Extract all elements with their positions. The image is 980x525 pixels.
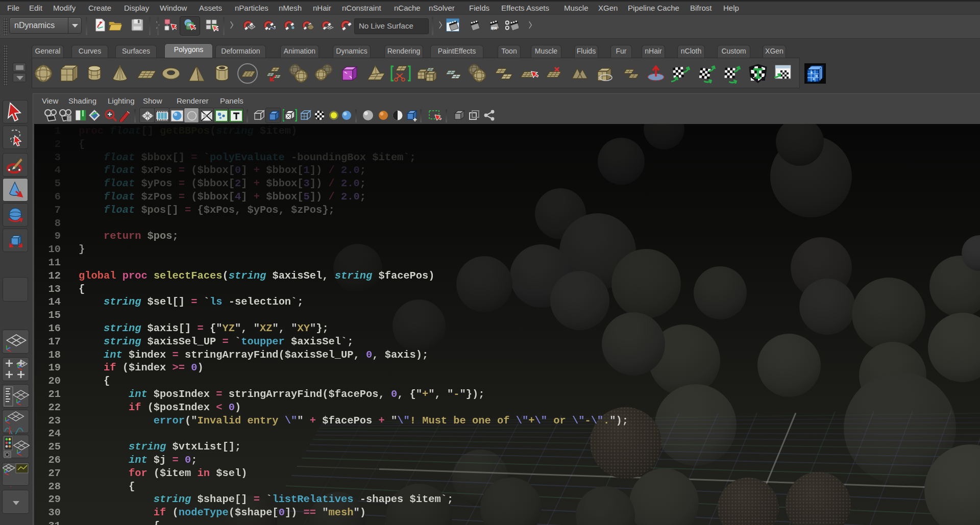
svg-text:IPR: IPR xyxy=(491,26,497,31)
